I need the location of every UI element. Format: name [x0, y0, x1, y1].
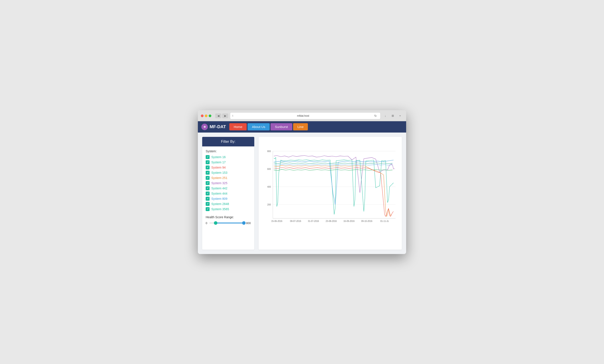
system-251-checkbox[interactable]: ✓: [206, 176, 210, 180]
download-button[interactable]: ↓: [382, 113, 388, 118]
svg-text:08-07-2016: 08-07-2016: [290, 220, 301, 222]
maximize-button[interactable]: [209, 114, 211, 117]
new-tab-button[interactable]: +: [397, 113, 403, 118]
system-17-label: System 17: [211, 161, 226, 164]
close-button[interactable]: [201, 114, 203, 117]
check-icon: ✓: [207, 176, 209, 179]
health-score-label: Health Score Range:: [206, 215, 251, 219]
svg-text:23-08-2016: 23-08-2016: [326, 220, 337, 222]
filter-body: System: ✓ System 16 ✓ System 17: [202, 146, 254, 228]
svg-text:400: 400: [267, 186, 271, 188]
system-17-checkbox[interactable]: ✓: [206, 160, 210, 164]
list-item: ✓ System 3565: [206, 207, 251, 211]
check-icon: ✓: [207, 171, 209, 174]
list-item: ✓ System 94: [206, 165, 251, 169]
nav-sunburst[interactable]: Sunburst: [271, 123, 292, 130]
svg-text:31-07-2016: 31-07-2016: [308, 220, 319, 222]
browser-chrome: ◀ ▶ ℹ mfdat.host ↻ ↓ ⊞ +: [198, 110, 406, 121]
system-16-label: System 16: [211, 155, 226, 159]
check-icon: ✓: [207, 161, 209, 163]
system-325-label: System 325: [211, 181, 227, 185]
range-track: [209, 223, 244, 224]
system-3565-label: System 3565: [211, 207, 229, 211]
info-icon: ℹ: [232, 114, 233, 117]
system-2848-label: System 2848: [211, 202, 229, 206]
range-max-label: 800: [246, 222, 251, 225]
system-list: ✓ System 16 ✓ System 17 ✓: [206, 155, 251, 211]
list-item: ✓ System 17: [206, 160, 251, 164]
list-item: ✓ System 153: [206, 171, 251, 175]
nav-links: Home About Us Sunburst Line: [229, 123, 308, 130]
chart-area: 800 600 400 200 15-06-2016 08-07-2016 31…: [259, 137, 402, 250]
browser-nav-buttons: ◀ ▶: [215, 113, 228, 118]
check-icon: ✓: [207, 192, 209, 195]
system-153-checkbox[interactable]: ✓: [206, 171, 210, 175]
system-153-label: System 153: [211, 171, 227, 175]
system-809-label: System 809: [211, 197, 227, 201]
url-text: mfdat.host: [235, 114, 371, 117]
nav-line[interactable]: Line: [293, 123, 308, 130]
system-442-label: System 442: [211, 187, 227, 190]
system-444-checkbox[interactable]: ✓: [206, 191, 210, 195]
check-icon: ✓: [207, 197, 209, 200]
health-range-container: 0 800: [206, 222, 251, 225]
svg-text:15-06-2016: 15-06-2016: [271, 220, 282, 222]
app-content: Filter By: System: ✓ System 16 ✓ Syst: [198, 133, 406, 254]
nav-about[interactable]: About Us: [248, 123, 270, 130]
system-label: System:: [206, 150, 251, 153]
app-navbar: ⚛ MF-DAT Home About Us Sunburst Line: [198, 121, 406, 133]
svg-text:600: 600: [267, 168, 271, 170]
browser-actions: ↓ ⊞ +: [382, 113, 403, 118]
app-logo: ⚛ MF-DAT: [201, 124, 226, 130]
system-3565-checkbox[interactable]: ✓: [206, 207, 210, 211]
check-icon: ✓: [207, 166, 209, 169]
nav-home[interactable]: Home: [229, 123, 247, 130]
check-icon: ✓: [207, 187, 209, 189]
system-94-checkbox[interactable]: ✓: [206, 165, 210, 169]
logo-text: MF-DAT: [210, 124, 226, 129]
filter-sidebar: Filter By: System: ✓ System 16 ✓ Syst: [202, 137, 254, 250]
list-item: ✓ System 16: [206, 155, 251, 159]
system-442-checkbox[interactable]: ✓: [206, 186, 210, 190]
svg-text:800: 800: [267, 150, 271, 152]
check-icon: ✓: [207, 182, 209, 184]
list-item: ✓ System 442: [206, 186, 251, 190]
filter-header: Filter By:: [202, 137, 254, 146]
check-icon: ✓: [207, 202, 209, 205]
system-2848-checkbox[interactable]: ✓: [206, 202, 210, 206]
system-809-checkbox[interactable]: ✓: [206, 197, 210, 201]
browser-window: ◀ ▶ ℹ mfdat.host ↻ ↓ ⊞ + ⚛ MF-DAT Home A…: [198, 110, 406, 254]
range-fill: [216, 223, 244, 224]
system-94-label: System 94: [211, 166, 226, 169]
logo-icon: ⚛: [201, 124, 208, 130]
reload-button[interactable]: ↻: [373, 113, 378, 118]
svg-text:16-09-2016: 16-09-2016: [343, 220, 355, 222]
list-item: ✓ System 251: [206, 176, 251, 180]
check-icon: ✓: [207, 208, 209, 210]
forward-button[interactable]: ▶: [222, 113, 228, 118]
system-251-label: System 251: [211, 176, 227, 180]
system-325-checkbox[interactable]: ✓: [206, 181, 210, 185]
expand-button[interactable]: ⊞: [390, 113, 396, 118]
list-item: ✓ System 809: [206, 197, 251, 201]
list-item: ✓ System 444: [206, 191, 251, 195]
list-item: ✓ System 2848: [206, 202, 251, 206]
range-thumb-right[interactable]: [242, 221, 246, 225]
svg-text:09-10-2016: 09-10-2016: [361, 220, 373, 222]
check-icon: ✓: [207, 156, 209, 158]
system-16-checkbox[interactable]: ✓: [206, 155, 210, 159]
range-thumb-left[interactable]: [214, 221, 217, 225]
svg-text:01-11-2c: 01-11-2c: [380, 220, 389, 222]
chart-svg-wrapper: 800 600 400 200 15-06-2016 08-07-2016 31…: [263, 141, 397, 232]
range-min-label: 0: [206, 222, 207, 225]
system-444-label: System 444: [211, 192, 227, 195]
line-chart-svg: 800 600 400 200 15-06-2016 08-07-2016 31…: [263, 141, 397, 232]
minimize-button[interactable]: [205, 114, 207, 117]
list-item: ✓ System 325: [206, 181, 251, 185]
traffic-lights: [201, 114, 211, 117]
address-bar[interactable]: ℹ mfdat.host ↻: [230, 112, 380, 119]
svg-text:200: 200: [267, 203, 271, 206]
back-button[interactable]: ◀: [215, 113, 221, 118]
